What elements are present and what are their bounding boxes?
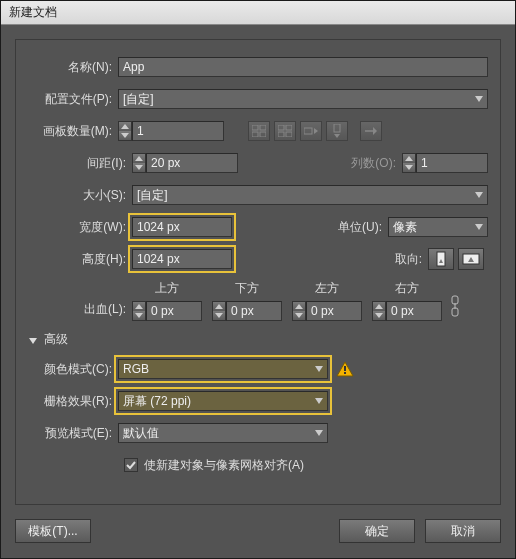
svg-rect-41 [344, 366, 346, 371]
svg-marker-44 [315, 430, 323, 436]
window-title: 新建文档 [9, 4, 57, 21]
bleed-right-stepper[interactable] [372, 301, 386, 321]
svg-rect-7 [278, 125, 284, 130]
colormode-select[interactable]: RGB [118, 359, 328, 379]
disclosure-triangle-icon [28, 335, 38, 345]
svg-marker-30 [215, 313, 223, 318]
columns-label: 列数(O): [332, 155, 402, 172]
align-grid-label: 使新建对象与像素网格对齐(A) [144, 457, 304, 474]
name-input[interactable] [118, 57, 488, 77]
spacing-label: 间距(I): [42, 155, 132, 172]
orientation-portrait-button[interactable] [428, 248, 454, 270]
svg-rect-10 [286, 132, 292, 137]
chevron-down-icon [314, 428, 324, 438]
svg-marker-1 [121, 124, 129, 129]
svg-rect-5 [252, 132, 258, 137]
svg-marker-27 [135, 304, 143, 309]
width-label: 宽度(W): [42, 219, 132, 236]
svg-marker-38 [29, 338, 37, 344]
bleed-top-input[interactable] [146, 301, 202, 321]
bleed-right-label: 右方 [395, 280, 419, 297]
raster-value: 屏幕 (72 ppi) [123, 392, 191, 410]
chevron-down-icon [474, 222, 484, 232]
chevron-down-icon [474, 94, 484, 104]
svg-rect-3 [252, 125, 258, 130]
main-panel: 名称(N): 配置文件(P): [自定] 画板数量(M): [15, 39, 501, 505]
bleed-left-stepper[interactable] [292, 301, 306, 321]
height-input[interactable] [132, 249, 232, 269]
svg-marker-31 [295, 304, 303, 309]
svg-marker-22 [475, 224, 483, 230]
preview-select[interactable]: 默认值 [118, 423, 328, 443]
svg-marker-17 [135, 156, 143, 161]
svg-marker-33 [375, 304, 383, 309]
width-input[interactable] [132, 217, 232, 237]
svg-rect-36 [452, 308, 458, 316]
bleed-label: 出血(L): [42, 301, 132, 321]
columns-stepper[interactable] [402, 153, 416, 173]
svg-marker-28 [135, 313, 143, 318]
name-label: 名称(N): [28, 59, 118, 76]
svg-rect-8 [286, 125, 292, 130]
profile-value: [自定] [123, 90, 154, 108]
profile-select[interactable]: [自定] [118, 89, 488, 109]
bleed-bottom-stepper[interactable] [212, 301, 226, 321]
preview-label: 预览模式(E): [28, 425, 118, 442]
chevron-down-icon [474, 190, 484, 200]
bleed-top-stepper[interactable] [132, 301, 146, 321]
chevron-down-icon [314, 364, 324, 374]
layout-grid-n-icon [274, 121, 296, 141]
ok-button[interactable]: 确定 [339, 519, 415, 543]
cancel-button[interactable]: 取消 [425, 519, 501, 543]
spacing-stepper[interactable] [132, 153, 146, 173]
svg-rect-35 [452, 296, 458, 304]
warning-icon [336, 360, 354, 378]
svg-marker-12 [314, 128, 318, 134]
columns-input[interactable] [416, 153, 488, 173]
orientation-landscape-button[interactable] [458, 248, 484, 270]
bleed-left-label: 左方 [315, 280, 339, 297]
svg-marker-43 [315, 398, 323, 404]
svg-rect-4 [260, 125, 266, 130]
bleed-bottom-label: 下方 [235, 280, 259, 297]
layout-row-right-icon [300, 121, 322, 141]
profile-label: 配置文件(P): [28, 91, 118, 108]
svg-rect-42 [344, 372, 346, 374]
bleed-left-input[interactable] [306, 301, 362, 321]
svg-marker-19 [405, 156, 413, 161]
svg-rect-9 [278, 132, 284, 137]
size-value: [自定] [137, 186, 168, 204]
raster-select[interactable]: 屏幕 (72 ppi) [118, 391, 328, 411]
svg-marker-34 [375, 313, 383, 318]
unit-value: 像素 [393, 218, 417, 236]
artboards-label: 画板数量(M): [28, 123, 118, 140]
align-grid-checkbox[interactable] [124, 458, 138, 472]
svg-marker-39 [315, 366, 323, 372]
advanced-label: 高级 [44, 331, 68, 348]
artboards-stepper[interactable] [118, 121, 132, 141]
layout-col-down-icon [326, 121, 348, 141]
preview-value: 默认值 [123, 424, 159, 442]
spacing-input[interactable] [146, 153, 238, 173]
svg-marker-14 [334, 134, 340, 138]
template-button[interactable]: 模板(T)... [15, 519, 91, 543]
size-select[interactable]: [自定] [132, 185, 488, 205]
svg-marker-2 [121, 133, 129, 138]
svg-marker-32 [295, 313, 303, 318]
advanced-header[interactable]: 高级 [28, 331, 488, 348]
bleed-bottom-input[interactable] [226, 301, 282, 321]
bleed-top-label: 上方 [155, 280, 179, 297]
bleed-right-input[interactable] [386, 301, 442, 321]
svg-marker-29 [215, 304, 223, 309]
chevron-down-icon [314, 396, 324, 406]
size-label: 大小(S): [42, 187, 132, 204]
artboards-input[interactable] [132, 121, 224, 141]
layout-grid-z-icon [248, 121, 270, 141]
svg-marker-0 [475, 96, 483, 102]
svg-rect-11 [304, 128, 312, 134]
titlebar: 新建文档 [1, 1, 515, 25]
svg-marker-16 [373, 127, 377, 135]
arrow-right-icon [360, 121, 382, 141]
unit-select[interactable]: 像素 [388, 217, 488, 237]
link-bleed-icon[interactable] [446, 291, 464, 321]
